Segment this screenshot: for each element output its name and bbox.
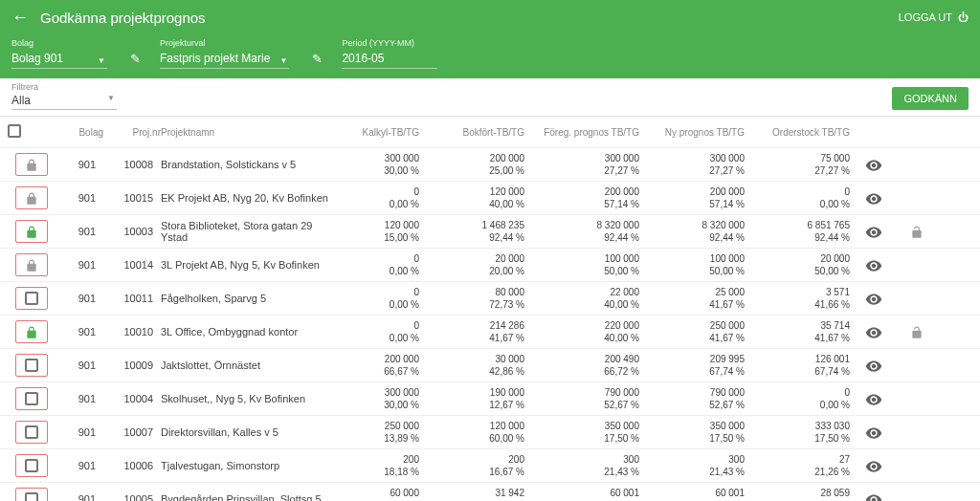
table-row[interactable]: 90110005Bygdegården Prinsvillan, Slottsg… (0, 483, 980, 501)
row-checkbox[interactable] (25, 425, 38, 439)
col-projnr: Proj.nr (103, 127, 161, 138)
status-cell (15, 454, 48, 477)
cell-orderstock: 00,00 % (745, 185, 850, 210)
power-icon: ⏻ (958, 11, 969, 23)
edit-bolag-icon[interactable]: ✎ (130, 52, 141, 66)
cell-ny: 60 00115,00 % (639, 487, 745, 501)
cell-projnr: 10008 (103, 159, 161, 170)
col-projektnamn: Projektnamn (161, 127, 333, 138)
cell-bolag: 901 (56, 159, 103, 170)
view-icon[interactable] (850, 289, 898, 307)
filter-period[interactable]: Period (YYYY-MM) 2016-05 (342, 38, 437, 69)
lock-approved-icon (25, 224, 38, 239)
view-icon[interactable] (850, 456, 898, 474)
logout-label: LOGGA UT (899, 11, 952, 23)
filter-projekt[interactable]: Projekturval Fastpris projekt Marie ▼ (160, 38, 289, 69)
cell-orderstock: 28 05915,00 % (745, 487, 850, 501)
select-all-checkbox[interactable] (8, 124, 21, 138)
cell-ny: 200 00057,14 % (639, 185, 745, 210)
approve-button[interactable]: GODKÄNN (892, 87, 969, 110)
cell-ny: 790 00052,67 % (639, 386, 745, 411)
cell-projektnamn: Fågelholken, Sparvg 5 (161, 293, 333, 304)
row-checkbox[interactable] (25, 459, 38, 472)
cell-projektnamn: Brandstation, Solstickans v 5 (161, 159, 333, 170)
cell-ny: 25 00041,67 % (639, 286, 745, 311)
view-icon[interactable] (850, 255, 898, 273)
cell-orderstock: 3 57141,66 % (745, 286, 850, 311)
table-row[interactable]: 90110006Tjalvestugan, Simonstorp20018,18… (0, 449, 980, 483)
chevron-down-icon: ▼ (107, 94, 115, 102)
view-icon[interactable] (850, 222, 898, 240)
cell-projnr: 10004 (103, 393, 161, 404)
table-row[interactable]: 90110015EK Projekt AB, Nyg 20, Kv Bofink… (0, 182, 980, 215)
cell-bolag: 901 (56, 259, 103, 271)
view-icon[interactable] (850, 188, 898, 207)
cell-bolag: 901 (56, 293, 103, 304)
col-bolag: Bolag (56, 127, 103, 138)
table-row[interactable]: 90110011Fågelholken, Sparvg 500,00 %80 0… (0, 282, 980, 316)
cell-projnr: 10014 (103, 259, 161, 271)
logout-button[interactable]: LOGGA UT ⏻ (899, 11, 969, 23)
back-arrow-icon[interactable]: ← (11, 8, 29, 28)
view-icon[interactable] (850, 356, 898, 374)
cell-projnr: 10015 (103, 192, 161, 204)
view-icon[interactable] (850, 389, 898, 407)
table-row[interactable]: 901100103L Office, Ombyggnad kontor00,00… (0, 316, 980, 349)
row-checkbox[interactable] (25, 292, 38, 305)
table-row[interactable]: 90110003Stora Biblioteket, Stora gatan 2… (0, 215, 980, 249)
edit-projekt-icon[interactable]: ✎ (312, 52, 323, 66)
project-table: Bolag Proj.nr Projektnamn Kalkyl-TB/TG B… (0, 117, 980, 501)
cell-kalkyl: 300 00030,00 % (333, 386, 419, 411)
cell-bokfort: 31 94215,00 % (419, 487, 524, 501)
row-checkbox[interactable] (25, 492, 38, 501)
cell-bokfort: 20 00020,00 % (419, 252, 524, 277)
table-row[interactable]: 90110009Jaktslottet, Örnnästet200 00066,… (0, 349, 980, 382)
view-icon[interactable] (850, 423, 898, 441)
filter-filtrera[interactable]: Filtrera Alla▼ (11, 82, 117, 110)
cell-ny: 100 00050,00 % (639, 252, 745, 277)
cell-foreg: 100 00050,00 % (524, 252, 639, 277)
cell-ny: 350 00017,50 % (639, 420, 745, 445)
cell-projektnamn: Stora Biblioteket, Stora gatan 29 Ystad (161, 220, 333, 243)
col-orderstock: Orderstock TB/TG (745, 127, 850, 138)
lock-open-icon[interactable] (910, 224, 924, 238)
lock-open-icon[interactable] (910, 324, 924, 338)
filter-bolag-value: Bolag 901 (11, 50, 107, 69)
cell-ny: 209 99567,74 % (639, 353, 745, 378)
view-icon[interactable] (850, 155, 898, 173)
filter-bar: Bolag Bolag 901 ▼ ✎ Projekturval Fastpri… (0, 34, 980, 78)
cell-orderstock: 20 00050,00 % (745, 252, 850, 277)
cell-kalkyl: 60 00015,00 % (333, 487, 419, 501)
cell-orderstock: 00,00 % (745, 386, 850, 411)
lock-approved-icon (25, 324, 38, 339)
status-cell (15, 287, 48, 310)
cell-projektnamn: Direktorsvillan, Kalles v 5 (161, 426, 333, 438)
cell-kalkyl: 250 00013,89 % (333, 420, 419, 445)
status-cell (15, 387, 48, 410)
table-row[interactable]: 90110008Brandstation, Solstickans v 5300… (0, 148, 980, 182)
cell-foreg: 30021,43 % (524, 453, 639, 478)
view-icon[interactable] (850, 490, 898, 501)
view-icon[interactable] (850, 322, 898, 340)
cell-ny: 8 320 00092,44 % (639, 219, 745, 244)
cell-kalkyl: 20018,18 % (333, 453, 419, 478)
cell-foreg: 60 00115,00 % (524, 487, 639, 501)
cell-bokfort: 1 468 23592,44 % (419, 219, 524, 244)
cell-foreg: 350 00017,50 % (524, 420, 639, 445)
status-cell (15, 153, 48, 176)
cell-projnr: 10005 (103, 493, 161, 501)
filter-bolag[interactable]: Bolag Bolag 901 ▼ (11, 38, 107, 69)
table-row[interactable]: 90110007Direktorsvillan, Kalles v 5250 0… (0, 416, 980, 449)
table-row[interactable]: 90110004Skolhuset,, Nyg 5, Kv Bofinken30… (0, 382, 980, 416)
table-header: Bolag Proj.nr Projektnamn Kalkyl-TB/TG B… (0, 117, 980, 148)
row-checkbox[interactable] (25, 392, 38, 405)
chevron-down-icon: ▼ (98, 56, 105, 65)
cell-bolag: 901 (56, 460, 103, 471)
table-row[interactable]: 901100143L Projekt AB, Nyg 5, Kv Bofinke… (0, 249, 980, 282)
cell-bokfort: 120 00060,00 % (419, 420, 524, 445)
cell-foreg: 790 00052,67 % (524, 386, 639, 411)
cell-bolag: 901 (56, 226, 103, 237)
row-checkbox[interactable] (25, 359, 38, 372)
status-cell (15, 186, 48, 209)
cell-projnr: 10007 (103, 426, 161, 438)
